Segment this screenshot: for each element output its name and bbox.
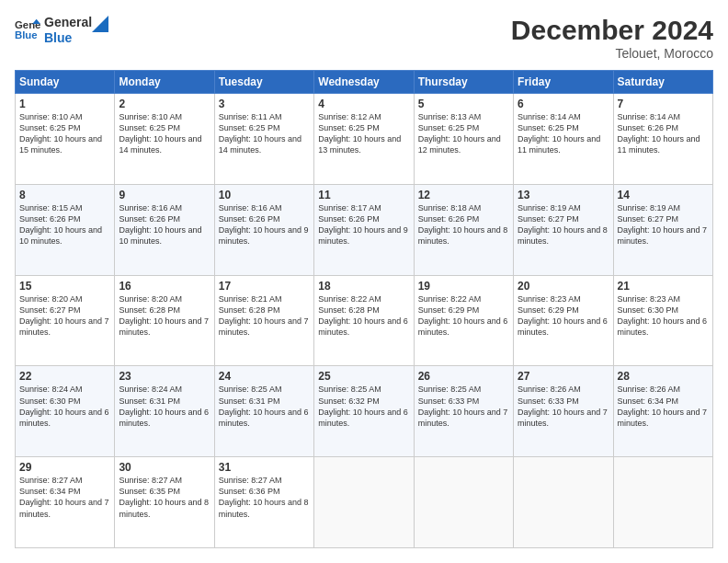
day-number: 4 (318, 98, 409, 110)
svg-text:Blue: Blue (15, 29, 38, 40)
day-info: Sunrise: 8:10 AM Sunset: 6:25 PM Dayligh… (119, 111, 210, 156)
day-number: 7 (618, 98, 709, 110)
calendar-header: Sunday Monday Tuesday Wednesday Thursday… (16, 71, 713, 94)
calendar-cell: 4Sunrise: 8:12 AM Sunset: 6:25 PM Daylig… (314, 94, 414, 185)
calendar-cell: 18Sunrise: 8:22 AM Sunset: 6:28 PM Dayli… (314, 275, 414, 366)
calendar-cell: 17Sunrise: 8:21 AM Sunset: 6:28 PM Dayli… (214, 275, 313, 366)
day-number: 3 (219, 98, 310, 110)
day-info: Sunrise: 8:23 AM Sunset: 6:29 PM Dayligh… (518, 293, 609, 339)
calendar-cell: 10Sunrise: 8:16 AM Sunset: 6:26 PM Dayli… (214, 184, 313, 275)
day-info: Sunrise: 8:20 AM Sunset: 6:28 PM Dayligh… (119, 293, 210, 339)
day-number: 19 (418, 280, 509, 293)
day-number: 2 (119, 98, 210, 110)
day-info: Sunrise: 8:27 AM Sunset: 6:36 PM Dayligh… (219, 475, 310, 520)
calendar-cell: 28Sunrise: 8:26 AM Sunset: 6:34 PM Dayli… (613, 366, 712, 457)
header-friday: Friday (514, 71, 613, 94)
day-number: 17 (219, 280, 310, 293)
calendar-cell (613, 457, 712, 548)
day-number: 15 (19, 280, 110, 293)
calendar-cell: 7Sunrise: 8:14 AM Sunset: 6:26 PM Daylig… (613, 94, 712, 185)
day-number: 12 (418, 189, 509, 201)
day-info: Sunrise: 8:12 AM Sunset: 6:25 PM Dayligh… (318, 111, 409, 156)
calendar-cell: 5Sunrise: 8:13 AM Sunset: 6:25 PM Daylig… (414, 94, 513, 185)
svg-marker-3 (92, 16, 108, 32)
header-monday: Monday (115, 71, 214, 94)
calendar-cell: 2Sunrise: 8:10 AM Sunset: 6:25 PM Daylig… (115, 94, 214, 185)
calendar-cell: 12Sunrise: 8:18 AM Sunset: 6:26 PM Dayli… (414, 184, 513, 275)
days-header-row: Sunday Monday Tuesday Wednesday Thursday… (16, 71, 713, 94)
day-info: Sunrise: 8:19 AM Sunset: 6:27 PM Dayligh… (518, 202, 609, 247)
calendar-cell: 27Sunrise: 8:26 AM Sunset: 6:33 PM Dayli… (514, 366, 613, 457)
day-info: Sunrise: 8:11 AM Sunset: 6:25 PM Dayligh… (219, 111, 310, 156)
day-number: 14 (618, 189, 709, 201)
header-saturday: Saturday (613, 71, 712, 94)
header: General Blue General Blue December 2024 … (15, 15, 713, 61)
calendar-cell: 9Sunrise: 8:16 AM Sunset: 6:26 PM Daylig… (115, 184, 214, 275)
day-info: Sunrise: 8:17 AM Sunset: 6:26 PM Dayligh… (318, 202, 409, 247)
day-info: Sunrise: 8:13 AM Sunset: 6:25 PM Dayligh… (418, 111, 509, 156)
day-info: Sunrise: 8:16 AM Sunset: 6:26 PM Dayligh… (119, 202, 210, 247)
calendar-cell: 25Sunrise: 8:25 AM Sunset: 6:32 PM Dayli… (314, 366, 414, 457)
day-number: 28 (618, 370, 709, 383)
calendar-cell: 30Sunrise: 8:27 AM Sunset: 6:35 PM Dayli… (115, 457, 214, 548)
day-info: Sunrise: 8:23 AM Sunset: 6:30 PM Dayligh… (618, 293, 709, 339)
calendar-table: Sunday Monday Tuesday Wednesday Thursday… (15, 70, 713, 548)
day-number: 11 (318, 189, 409, 201)
calendar-cell: 22Sunrise: 8:24 AM Sunset: 6:30 PM Dayli… (16, 366, 115, 457)
calendar-cell: 29Sunrise: 8:27 AM Sunset: 6:34 PM Dayli… (16, 457, 115, 548)
day-number: 20 (518, 280, 609, 293)
calendar-cell: 16Sunrise: 8:20 AM Sunset: 6:28 PM Dayli… (115, 275, 214, 366)
day-number: 31 (219, 461, 310, 474)
calendar-cell: 21Sunrise: 8:23 AM Sunset: 6:30 PM Dayli… (613, 275, 712, 366)
day-number: 18 (318, 280, 409, 293)
calendar-cell: 15Sunrise: 8:20 AM Sunset: 6:27 PM Dayli… (16, 275, 115, 366)
header-sunday: Sunday (16, 71, 115, 94)
calendar-cell: 26Sunrise: 8:25 AM Sunset: 6:33 PM Dayli… (414, 366, 513, 457)
logo: General Blue General Blue (15, 15, 108, 46)
day-info: Sunrise: 8:24 AM Sunset: 6:30 PM Dayligh… (19, 384, 110, 429)
day-number: 29 (19, 461, 110, 474)
calendar-cell: 3Sunrise: 8:11 AM Sunset: 6:25 PM Daylig… (214, 94, 313, 185)
calendar-week-4: 22Sunrise: 8:24 AM Sunset: 6:30 PM Dayli… (16, 366, 713, 457)
calendar-week-3: 15Sunrise: 8:20 AM Sunset: 6:27 PM Dayli… (16, 275, 713, 366)
day-number: 26 (418, 370, 509, 383)
day-info: Sunrise: 8:27 AM Sunset: 6:35 PM Dayligh… (119, 475, 210, 520)
header-wednesday: Wednesday (314, 71, 414, 94)
logo-icon: General Blue (15, 17, 40, 43)
day-info: Sunrise: 8:14 AM Sunset: 6:25 PM Dayligh… (518, 111, 609, 156)
header-thursday: Thursday (414, 71, 513, 94)
logo-blue: Blue (44, 30, 92, 46)
title-block: December 2024 Telouet, Morocco (511, 15, 713, 61)
calendar-body: 1Sunrise: 8:10 AM Sunset: 6:25 PM Daylig… (16, 94, 713, 548)
day-info: Sunrise: 8:27 AM Sunset: 6:34 PM Dayligh… (19, 475, 110, 520)
day-info: Sunrise: 8:19 AM Sunset: 6:27 PM Dayligh… (618, 202, 709, 247)
day-info: Sunrise: 8:16 AM Sunset: 6:26 PM Dayligh… (219, 202, 310, 247)
day-number: 24 (219, 370, 310, 383)
day-info: Sunrise: 8:26 AM Sunset: 6:34 PM Dayligh… (618, 384, 709, 429)
calendar-cell: 24Sunrise: 8:25 AM Sunset: 6:31 PM Dayli… (214, 366, 313, 457)
calendar-cell (414, 457, 513, 548)
day-number: 10 (219, 189, 310, 201)
day-number: 6 (518, 98, 609, 110)
day-number: 16 (119, 280, 210, 293)
logo-triangle-icon (92, 16, 108, 32)
day-info: Sunrise: 8:20 AM Sunset: 6:27 PM Dayligh… (19, 293, 110, 339)
header-tuesday: Tuesday (214, 71, 313, 94)
calendar-cell: 11Sunrise: 8:17 AM Sunset: 6:26 PM Dayli… (314, 184, 414, 275)
day-info: Sunrise: 8:25 AM Sunset: 6:31 PM Dayligh… (219, 384, 310, 429)
calendar-cell: 23Sunrise: 8:24 AM Sunset: 6:31 PM Dayli… (115, 366, 214, 457)
day-info: Sunrise: 8:15 AM Sunset: 6:26 PM Dayligh… (19, 202, 110, 247)
main-title: December 2024 (511, 15, 713, 46)
day-number: 8 (19, 189, 110, 201)
day-info: Sunrise: 8:10 AM Sunset: 6:25 PM Dayligh… (19, 111, 110, 156)
calendar-cell: 14Sunrise: 8:19 AM Sunset: 6:27 PM Dayli… (613, 184, 712, 275)
calendar-week-5: 29Sunrise: 8:27 AM Sunset: 6:34 PM Dayli… (16, 457, 713, 548)
day-number: 9 (119, 189, 210, 201)
calendar-cell (314, 457, 414, 548)
calendar-cell: 20Sunrise: 8:23 AM Sunset: 6:29 PM Dayli… (514, 275, 613, 366)
calendar-cell (514, 457, 613, 548)
day-number: 27 (518, 370, 609, 383)
day-info: Sunrise: 8:25 AM Sunset: 6:32 PM Dayligh… (318, 384, 409, 429)
calendar-week-2: 8Sunrise: 8:15 AM Sunset: 6:26 PM Daylig… (16, 184, 713, 275)
day-info: Sunrise: 8:26 AM Sunset: 6:33 PM Dayligh… (518, 384, 609, 429)
